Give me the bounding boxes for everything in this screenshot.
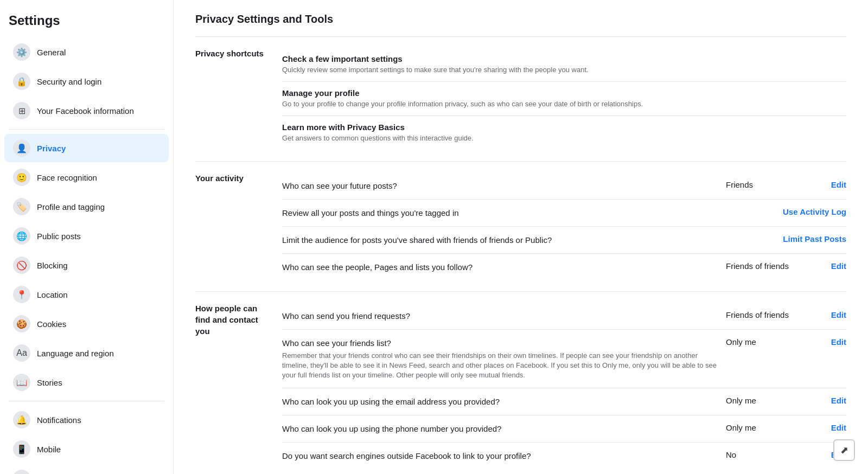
sidebar-item-cookies[interactable]: 🍪Cookies <box>4 310 169 338</box>
activity-value-2-4: No <box>726 450 796 459</box>
sidebar-divider-1 <box>9 129 164 130</box>
sidebar-item-apps-websites[interactable]: 🧩Apps and websites <box>4 464 169 474</box>
activity-question-2-2: Who can look you up using the email addr… <box>282 396 719 407</box>
activity-question-1-2: Limit the audience for posts you've shar… <box>282 234 699 246</box>
sidebar-item-blocking[interactable]: 🚫Blocking <box>4 251 169 279</box>
sidebar-item-stories[interactable]: 📖Stories <box>4 368 169 396</box>
action-link-2-2[interactable]: Edit <box>831 396 846 405</box>
section-how-people-find: How people can find and contact youWho c… <box>195 292 846 474</box>
action-link-2-1[interactable]: Edit <box>831 337 846 347</box>
section-content-how-people-find: Who can send you friend requests?Friends… <box>282 303 846 470</box>
activity-value-1-3: Friends of friends <box>726 261 796 271</box>
shortcut-item-1[interactable]: Manage your profileGo to your profile to… <box>282 82 846 116</box>
activity-action-1-0[interactable]: Edit <box>803 180 846 189</box>
blocking-icon: 🚫 <box>13 257 30 274</box>
sidebar-item-facebook-info[interactable]: ⊞Your Facebook information <box>4 97 169 125</box>
activity-question-2-1: Who can see your friends list?Remember t… <box>282 337 719 381</box>
privacy-icon: 👤 <box>13 139 30 157</box>
shortcut-title-1: Manage your profile <box>282 88 846 98</box>
activity-question-1-0: Who can see your future posts? <box>282 180 719 191</box>
activity-action-1-3[interactable]: Edit <box>803 261 846 271</box>
sidebar-item-label-location: Location <box>37 290 68 299</box>
action-link-1-3[interactable]: Edit <box>831 261 846 271</box>
notifications-icon: 🔔 <box>13 411 30 428</box>
sidebar-nav: ⚙️General🔒Security and login⊞Your Facebo… <box>0 38 173 474</box>
activity-row-1-3: Who can see the people, Pages and lists … <box>282 254 846 280</box>
activity-question-2-3: Who can look you up using the phone numb… <box>282 423 719 434</box>
sidebar-item-face-recognition[interactable]: 🙂Face recognition <box>4 163 169 191</box>
activity-action-2-1[interactable]: Edit <box>803 337 846 347</box>
sidebar-item-privacy[interactable]: 👤Privacy <box>4 134 169 162</box>
activity-value-2-1: Only me <box>726 337 796 347</box>
sidebar: Settings ⚙️General🔒Security and login⊞Yo… <box>0 0 174 474</box>
action-link-1-2[interactable]: Limit Past Posts <box>783 234 846 244</box>
stories-icon: 📖 <box>13 374 30 391</box>
section-content-your-activity: Who can see your future posts?FriendsEdi… <box>282 172 846 280</box>
shortcut-desc-2: Get answers to common questions with thi… <box>282 133 846 143</box>
sidebar-item-label-notifications: Notifications <box>37 415 81 425</box>
sidebar-item-mobile[interactable]: 📱Mobile <box>4 435 169 463</box>
activity-value-2-2: Only me <box>726 396 796 405</box>
sidebar-item-label-blocking: Blocking <box>37 261 68 270</box>
sidebar-item-notifications[interactable]: 🔔Notifications <box>4 406 169 434</box>
activity-question-1-1: Review all your posts and things you're … <box>282 207 699 219</box>
language-region-icon: Aa <box>13 344 30 362</box>
sidebar-item-label-profile-tagging: Profile and tagging <box>37 202 105 212</box>
sidebar-item-public-posts[interactable]: 🌐Public posts <box>4 222 169 250</box>
sidebar-item-profile-tagging[interactable]: 🏷️Profile and tagging <box>4 193 169 221</box>
action-link-1-0[interactable]: Edit <box>831 180 846 189</box>
activity-question-1-3: Who can see the people, Pages and lists … <box>282 261 719 273</box>
location-icon: 📍 <box>13 286 30 303</box>
action-link-2-0[interactable]: Edit <box>831 310 846 319</box>
sidebar-item-label-privacy: Privacy <box>37 144 66 153</box>
shortcut-title-0: Check a few important settings <box>282 54 846 63</box>
general-icon: ⚙️ <box>13 43 30 61</box>
settings-title: Settings <box>0 9 173 37</box>
sidebar-item-label-facebook-info: Your Facebook information <box>37 106 134 116</box>
mobile-icon: 📱 <box>13 440 30 458</box>
action-link-2-3[interactable]: Edit <box>831 423 846 432</box>
page-title: Privacy Settings and Tools <box>195 13 846 25</box>
section-label-privacy-shortcuts: Privacy shortcuts <box>195 48 282 150</box>
sidebar-item-label-stories: Stories <box>37 378 62 387</box>
activity-row-2-2: Who can look you up using the email addr… <box>282 388 846 415</box>
shortcut-item-2[interactable]: Learn more with Privacy BasicsGet answer… <box>282 116 846 150</box>
activity-action-2-0[interactable]: Edit <box>803 310 846 319</box>
activity-row-1-0: Who can see your future posts?FriendsEdi… <box>282 172 846 200</box>
sidebar-item-location[interactable]: 📍Location <box>4 280 169 309</box>
activity-action-1-1[interactable]: Use Activity Log <box>783 207 846 216</box>
shortcut-desc-0: Quickly review some important settings t… <box>282 65 846 75</box>
activity-value-1-0: Friends <box>726 180 796 189</box>
activity-row-1-2: Limit the audience for posts you've shar… <box>282 227 846 254</box>
scroll-button[interactable]: ⬈ <box>833 439 855 461</box>
activity-desc-2-1: Remember that your friends control who c… <box>282 351 719 381</box>
shortcut-title-2: Learn more with Privacy Basics <box>282 123 846 132</box>
sidebar-item-label-mobile: Mobile <box>37 445 61 454</box>
activity-action-2-2[interactable]: Edit <box>803 396 846 405</box>
section-content-privacy-shortcuts: Check a few important settingsQuickly re… <box>282 48 846 150</box>
facebook-info-icon: ⊞ <box>13 102 30 119</box>
section-privacy-shortcuts: Privacy shortcutsCheck a few important s… <box>195 37 846 162</box>
activity-row-1-1: Review all your posts and things you're … <box>282 200 846 227</box>
sidebar-item-label-cookies: Cookies <box>37 319 66 329</box>
sidebar-item-label-language-region: Language and region <box>37 349 114 358</box>
sidebar-item-label-public-posts: Public posts <box>37 232 81 241</box>
activity-action-1-2[interactable]: Limit Past Posts <box>783 234 846 244</box>
profile-tagging-icon: 🏷️ <box>13 198 30 215</box>
shortcut-item-0[interactable]: Check a few important settingsQuickly re… <box>282 48 846 82</box>
activity-value-2-0: Friends of friends <box>726 310 796 319</box>
cookies-icon: 🍪 <box>13 315 30 332</box>
activity-row-2-0: Who can send you friend requests?Friends… <box>282 303 846 330</box>
activity-row-2-4: Do you want search engines outside Faceb… <box>282 443 846 469</box>
activity-question-2-0: Who can send you friend requests? <box>282 310 719 322</box>
sidebar-item-security-login[interactable]: 🔒Security and login <box>4 67 169 95</box>
main-content: Privacy Settings and Tools Privacy short… <box>174 0 868 474</box>
sidebar-item-label-face-recognition: Face recognition <box>37 173 97 182</box>
security-login-icon: 🔒 <box>13 73 30 90</box>
sidebar-item-general[interactable]: ⚙️General <box>4 38 169 66</box>
activity-question-2-4: Do you want search engines outside Faceb… <box>282 450 719 462</box>
section-your-activity: Your activityWho can see your future pos… <box>195 162 846 292</box>
sidebar-item-language-region[interactable]: AaLanguage and region <box>4 339 169 367</box>
action-link-1-1[interactable]: Use Activity Log <box>783 207 846 216</box>
activity-action-2-3[interactable]: Edit <box>803 423 846 432</box>
